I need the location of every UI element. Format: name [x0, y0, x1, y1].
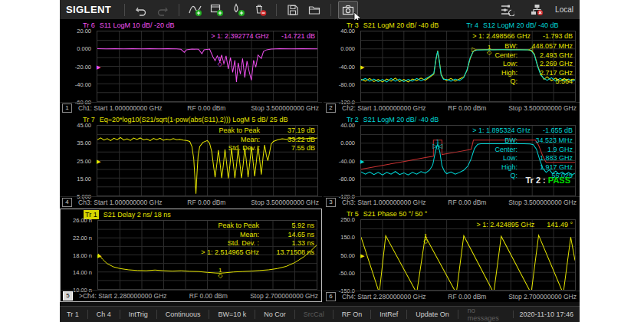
system-setup-icon: [501, 4, 514, 16]
local-mode-label[interactable]: Local: [555, 5, 573, 14]
marker-readout: > 1: 1.895324 GHz-1.655 dB: [472, 127, 573, 134]
y-axis-labels: 40.000.000-40.00-80.00-120.0: [324, 125, 358, 196]
window-number-box[interactable]: 5: [63, 291, 73, 301]
stat-value: 5.92 ns: [259, 222, 314, 231]
reference-level-marker[interactable]: ▶: [97, 64, 100, 69]
y-axis-tick-label: 25.00: [77, 157, 91, 164]
channel-stop-label: Stop 3.500000000 GHz: [508, 104, 577, 113]
status-message: no messages: [460, 307, 513, 322]
y-axis-tick-label: 40.00: [340, 28, 355, 34]
status-separator: [209, 310, 209, 319]
stat-value: 2.717 GHz: [518, 69, 573, 78]
trace-header-row: Tr 7Eq=20*log10(S21/sqrt(1-pow(abs(S11),…: [83, 115, 320, 124]
channel-strip: 3Ch3: Start 1.000000000 GHzRF 0.00 dBmSt…: [324, 196, 580, 208]
y-axis-tick-label: -80.00: [339, 80, 355, 87]
status-item-srccal[interactable]: SrcCal: [297, 310, 331, 318]
toolbar-separator: [276, 4, 277, 16]
channel-strip: 1Ch1: Start 1.000000000 GHzRF 0.00 dBmSt…: [60, 102, 322, 113]
marker-diamond-icon[interactable]: ◇: [423, 238, 428, 245]
window-6-phase-panel[interactable]: Tr 5S21 Phase 50 °/ 50 °250.0150.050.00-…: [324, 209, 580, 302]
trace-format-label: Eq=20*log10(S21/sqrt(1-pow(abs(S11),2)))…: [100, 115, 288, 124]
trace-marker[interactable]: 1◇: [218, 268, 222, 279]
add-marker-button[interactable]: [229, 2, 248, 18]
channel-stop-label: Stop 3.500000000 GHz: [251, 198, 319, 208]
stat-value: 14.65 ns: [259, 231, 314, 240]
window-3-limit-test-panel[interactable]: Tr 2S21 LogM 20 dB/ -40 dB40.000.000-40.…: [324, 114, 580, 208]
window-5-delay-panel[interactable]: Tr 1S21 Delay 2 ns/ 18 ns26.00 n22.00 n1…: [60, 209, 322, 302]
plot-area[interactable]: ▶1◇> 1: 2.424895 GHz141.49 °: [360, 219, 576, 291]
add-trace-button[interactable]: [186, 2, 205, 18]
status-item-continuous[interactable]: Continuous: [159, 310, 208, 318]
trace-format-label: S21 LogM 20 dB/ -40 dB: [363, 21, 439, 30]
trace-marker[interactable]: 1◇: [218, 56, 222, 67]
toolbar-separator: [330, 4, 331, 16]
reference-level-marker[interactable]: ▶: [360, 252, 364, 258]
channel-strip: 2Ch2: Start 1.000000000 GHzRF 0.00 dBmSt…: [324, 102, 580, 113]
rf-power-label: RF 0.00 dBm: [189, 291, 228, 301]
channel-stop-label: Stop 2.700000000 GHz: [250, 291, 318, 301]
status-separator: [87, 310, 88, 319]
trace-header-row: Tr 3S21 LogM 20 dB/ -40 dBTr 4S12 LogM 2…: [347, 21, 578, 30]
trace-header-row: Tr 6S11 LogM 10 dB/ -20 dB: [83, 21, 320, 30]
status-item-tr-1[interactable]: Tr 1: [60, 310, 86, 318]
rf-power-label: RF 0.00 dBm: [187, 198, 225, 208]
y-axis-tick-label: 15.00: [77, 175, 91, 182]
status-items: Tr 1Ch 4IntTrigContinuousBW=10 kNo CorSr…: [60, 310, 456, 319]
delete-trace-button[interactable]: [251, 2, 269, 18]
plot-area[interactable]: ▶Peak to Peak37.19 dBMean:33.22 dBStd. D…: [97, 125, 318, 196]
bandwidth-marker-icon: ▷: [432, 143, 437, 150]
window-number-box[interactable]: 2: [326, 104, 336, 113]
lan-status-button[interactable]: [527, 2, 546, 18]
plot-area[interactable]: ▶1◇> 1: 2.392774 GHz-14.721 dB: [97, 31, 318, 102]
window-4-equation-panel[interactable]: Tr 7Eq=20*log10(S21/sqrt(1-pow(abs(S11),…: [60, 114, 322, 208]
stat-label: Q:: [510, 172, 518, 181]
system-setup-button[interactable]: [498, 2, 517, 18]
status-item-no-cor[interactable]: No Cor: [257, 310, 293, 318]
plot-area[interactable]: ▶1◇▷◁> 1: 1.895324 GHz-1.655 dBBW:34.523…: [360, 125, 576, 196]
marker-diamond-icon[interactable]: ◇: [218, 272, 222, 279]
marker-diamond-icon[interactable]: ◇: [487, 48, 491, 55]
undo-button[interactable]: [132, 2, 150, 18]
plot-area[interactable]: ▶1◇Peak to Peak5.92 nsMean:14.65 nsStd. …: [97, 220, 317, 290]
reference-level-marker[interactable]: ▶: [97, 158, 100, 163]
channel-start-label: Ch3: Start 1.000000000 GHz: [342, 198, 426, 208]
window-number-box[interactable]: 3: [326, 198, 336, 207]
reference-level-marker[interactable]: ▶: [360, 64, 364, 69]
trace-format-label: S21 Phase 50 °/ 50 °: [363, 209, 428, 219]
save-button[interactable]: [284, 2, 302, 18]
status-item-intref[interactable]: IntRef: [373, 310, 405, 318]
y-axis-tick-label: 14.00 n: [73, 269, 92, 276]
status-item-bw-10-k[interactable]: BW=10 k: [211, 310, 253, 318]
redo-button[interactable]: [153, 2, 172, 18]
limit-test-status: Tr 2 : PASS: [526, 176, 571, 185]
status-item-update-on[interactable]: Update On: [409, 310, 456, 318]
add-window-button[interactable]: [208, 2, 226, 18]
window-number-box[interactable]: 4: [62, 198, 72, 207]
y-axis-tick-label: 250.0: [340, 216, 355, 223]
status-item-rf-on[interactable]: RF On: [335, 310, 370, 318]
trace-marker[interactable]: 1◇: [487, 44, 491, 55]
window-1-s11-panel[interactable]: Tr 6S11 LogM 10 dB/ -20 dB20.000.000-20.…: [60, 20, 322, 113]
window-number-box[interactable]: 6: [326, 292, 336, 301]
recall-button[interactable]: [305, 2, 324, 18]
channel-stop-label: Stop 3.500000000 GHz: [508, 198, 577, 208]
reference-level-marker[interactable]: ▶: [360, 158, 364, 163]
stat-value: 1.9 GHz: [518, 146, 573, 155]
status-item-ch-4[interactable]: Ch 4: [90, 310, 118, 318]
window-number-box[interactable]: 1: [62, 104, 72, 113]
vna-application-window: SIGLENT: [60, 0, 580, 322]
status-item-inttrig[interactable]: IntTrig: [122, 310, 155, 318]
plot-area[interactable]: ▶1◇▷◁> 1: 2.498566 GHz-1.793 dBBW:448.05…: [360, 31, 576, 102]
y-axis-tick-label: 18.00 n: [73, 251, 92, 258]
window-2-s21-s12-panel[interactable]: Tr 3S21 LogM 20 dB/ -40 dBTr 4S12 LogM 2…: [324, 20, 580, 113]
marker-diamond-icon[interactable]: ◇: [218, 61, 222, 67]
y-axis-labels: 26.00 n22.00 n18.00 n14.00 n10.00 n: [61, 220, 95, 290]
reference-level-marker[interactable]: ▶: [97, 252, 101, 258]
trace-marker[interactable]: 1◇: [423, 233, 428, 245]
status-separator: [406, 310, 407, 319]
channel-start-label: Ch4: Start 2.280000000 GHz: [342, 292, 426, 302]
trace-format-label: S21 Delay 2 ns/ 18 ns: [104, 210, 171, 219]
screenshot-button[interactable]: [338, 1, 358, 19]
stat-value: 33.22 dB: [260, 136, 315, 145]
trace-label[interactable]: Tr 4: [466, 21, 478, 30]
